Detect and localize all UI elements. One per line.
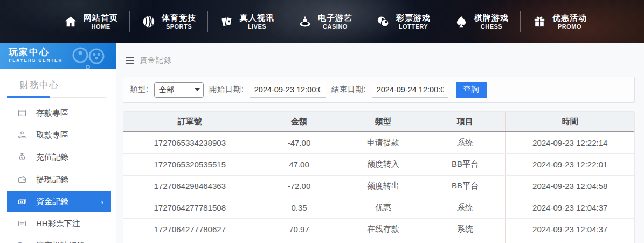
ticket-icon [17,219,27,228]
nav-item-casino[interactable]: 电子游艺CASINO [286,13,364,31]
cell-amount: 70.97 [257,218,342,240]
money-bag-icon [17,152,27,162]
sidebar-item-withdrawal-records[interactable]: 提現記錄 [7,168,111,190]
cell-type: 额度转出 [342,175,425,197]
sidebar-item-label: 廳室投註記錄 [36,241,85,243]
sidebar-item-label: 提現記錄 [36,174,68,185]
nav-subtitle: LOTTERY [399,23,428,31]
section-underline [7,97,106,98]
table-row-partial [123,240,634,243]
nav-item-home[interactable]: 网站首页HOME [52,13,129,31]
column-header-item: 項目 [425,112,505,132]
query-button[interactable]: 查詢 [456,82,487,98]
hamburger-icon[interactable] [126,57,134,64]
nav-subtitle: LIVES [248,23,266,31]
deposit-card-icon [17,108,27,118]
sidebar-item-hh-lottery-bets[interactable]: HH彩票下注 [7,213,111,234]
main-content: 資金記錄 類型: 全部 開始日期: 結束日期: 查詢 訂單號 金額 類型 [116,43,644,243]
cell-time: 2024-09-23 12:04:37 [505,218,634,240]
cell-item: BB平台 [425,175,505,197]
cell-item: 系统 [425,218,505,240]
end-date-label: 結束日期: [331,85,366,94]
cell-type: 在线存款 [342,218,425,240]
playing-cards-icon [219,15,234,29]
cell-amount: 47.00 [257,153,342,175]
nav-subtitle: CHESS [481,23,502,31]
table-row: 1727065334238903 -47.00 申请提款 系统 2024-09-… [123,132,634,153]
sidebar-item-recharge-records[interactable]: 充值記錄 [7,146,111,168]
nav-item-lottery[interactable]: 彩票游戏LOTTERY [364,13,442,31]
nav-title: 体育竞技 [162,13,196,23]
cell-order-id: 1727064298464363 [123,175,257,197]
start-date-input[interactable] [250,82,326,98]
nav-title: 彩票游戏 [396,13,431,23]
sidebar-item-label: 存款專區 [36,108,68,118]
cell-item: 系统 [425,132,505,153]
sidebar-item-hall-bet-records[interactable]: 廳室投註記錄 [7,235,111,243]
breadcrumb-label: 資金記錄 [140,56,172,65]
cell-order-id: 1727064277780627 [123,218,257,240]
type-label: 類型: [130,85,149,94]
nav-item-sports[interactable]: 体育竞技SPORTS [130,13,207,31]
type-select[interactable]: 全部 [154,82,204,98]
list-icon [17,241,27,243]
nav-title: 真人视讯 [240,13,274,23]
cell-time: 2024-09-23 12:22:14 [505,132,634,153]
cell-item: 系统 [425,197,505,218]
cell-order-id: 1727065334238903 [123,132,257,153]
sidebar-menu: 存款專區 取款專區 充值記錄 提現記錄 資金記錄 › HH彩票下注 [0,102,116,243]
table-header-row: 訂單號 金額 類型 項目 時間 [123,112,634,132]
column-header-time: 時間 [505,112,634,132]
column-header-type: 類型 [342,112,425,132]
funds-table: 訂單號 金額 類型 項目 時間 1727065334238903 -47.00 … [123,111,635,243]
cell-time: 2024-09-23 12:04:37 [505,197,634,218]
nav-title: 网站首页 [84,13,118,23]
chevron-right-icon: › [101,197,103,206]
sidebar: 玩家中心 PLAYERS CENTER 財務中心 存款專區 取款專區 [0,43,116,243]
filter-bar: 類型: 全部 開始日期: 結束日期: 查詢 [123,77,635,103]
nav-item-chess[interactable]: 棋牌游戏CHESS [442,13,520,31]
sidebar-item-deposit-zone[interactable]: 存款專區 [7,102,111,124]
breadcrumb: 資金記錄 [123,43,635,77]
cell-time: 2024-09-23 12:04:58 [505,175,634,197]
sidebar-item-withdraw-zone[interactable]: 取款專區 [7,124,111,146]
players-center-header: 玩家中心 PLAYERS CENTER [0,43,116,69]
table-row: 1727064277781508 0.35 优惠 系统 2024-09-23 1… [123,197,634,218]
top-nav: 网站首页HOME 体育竞技SPORTS 真人视讯LIVES 电子游艺C [0,0,644,43]
nav-item-promo[interactable]: 优惠活动PROMO [521,13,598,31]
banknote-icon [17,197,27,206]
column-header-order-id: 訂單號 [123,112,257,132]
sidebar-item-label: HH彩票下注 [36,219,80,229]
sidebar-item-label: 資金記錄 [36,197,68,207]
nav-subtitle: CASINO [323,23,348,31]
nav-subtitle: HOME [92,23,110,31]
sidebar-item-label: 取款專區 [36,130,68,140]
spade-icon [454,15,468,29]
cell-amount: 0.35 [257,197,342,218]
table-row: 1727064298464363 -72.00 额度转出 BB平台 2024-0… [123,175,634,197]
nav-subtitle: SPORTS [166,23,192,31]
cell-amount: -72.00 [257,175,342,197]
roulette-icon [297,15,312,29]
cell-item: BB平台 [425,153,505,175]
wallet-icon [17,174,27,184]
nav-subtitle: PROMO [558,23,581,31]
sidebar-item-funds-records[interactable]: 資金記錄 › [7,191,111,212]
nav-title: 棋牌游戏 [474,13,509,23]
nav-title: 电子游艺 [318,13,352,23]
home-icon [63,15,78,29]
sports-ball-icon [141,15,156,29]
sidebar-item-label: 充值記錄 [36,152,68,163]
cell-type: 申请提款 [342,132,425,153]
hand-money-icon [17,130,27,140]
cell-order-id: 1727064277781508 [123,197,257,218]
lottery-balls-icon [376,15,390,29]
nav-item-lives[interactable]: 真人视讯LIVES [208,13,286,31]
cell-type: 额度转入 [342,153,425,175]
start-date-label: 開始日期: [209,85,244,94]
column-header-amount: 金額 [257,112,342,132]
nav-title: 优惠活动 [552,13,587,23]
end-date-input[interactable] [372,82,448,98]
table-row: 1727065320535515 47.00 额度转入 BB平台 2024-09… [123,153,634,175]
cell-type: 优惠 [342,197,425,218]
